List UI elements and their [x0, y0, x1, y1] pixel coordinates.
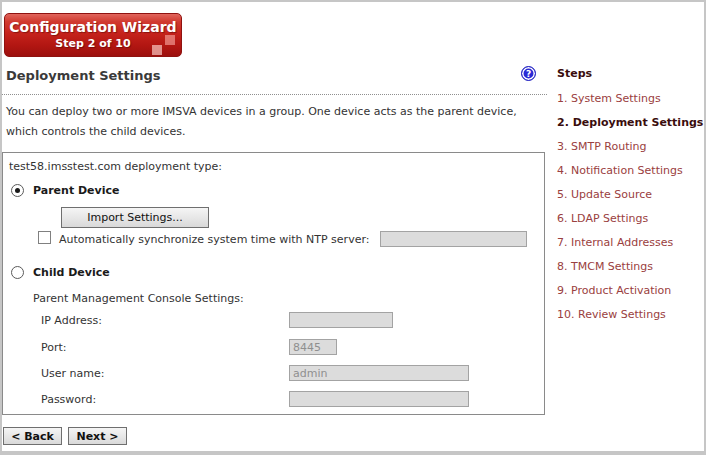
- ip-address-input[interactable]: [289, 312, 393, 328]
- password-label: Password:: [41, 393, 96, 406]
- child-device-radio-label: Child Device: [33, 266, 110, 279]
- ntp-server-input[interactable]: [380, 231, 527, 247]
- step-item-smtp-routing: 3. SMTP Routing: [557, 140, 706, 153]
- next-button[interactable]: Next >: [68, 427, 127, 445]
- steps-panel: Steps 1. System Settings 2. Deployment S…: [557, 67, 706, 332]
- page-description: You can deploy two or more IMSVA devices…: [6, 102, 541, 142]
- title-divider: [2, 94, 547, 95]
- user-name-input[interactable]: [289, 365, 469, 381]
- port-label: Port:: [41, 341, 67, 354]
- child-device-radio[interactable]: [11, 266, 24, 279]
- wizard-banner: Configuration Wizard Step 2 of 10: [4, 13, 182, 57]
- step-item-review-settings: 10. Review Settings: [557, 308, 706, 321]
- steps-panel-title: Steps: [557, 67, 706, 80]
- import-settings-button[interactable]: Import Settings...: [61, 207, 209, 228]
- wizard-page: Configuration Wizard Step 2 of 10 Deploy…: [0, 0, 706, 455]
- step-item-tmcm-settings: 8. TMCM Settings: [557, 260, 706, 273]
- password-input[interactable]: [289, 391, 469, 407]
- step-item-ldap-settings: 6. LDAP Settings: [557, 212, 706, 225]
- step-item-deployment-settings: 2. Deployment Settings: [557, 116, 706, 129]
- step-item-internal-addresses: 7. Internal Addresses: [557, 236, 706, 249]
- description-line-1: You can deploy two or more IMSVA devices…: [6, 102, 541, 122]
- step-item-product-activation: 9. Product Activation: [557, 284, 706, 297]
- user-name-label: User name:: [41, 367, 104, 380]
- description-line-2: which controls the child devices.: [6, 122, 541, 142]
- port-input[interactable]: [289, 339, 337, 355]
- page-title: Deployment Settings: [6, 68, 161, 83]
- ntp-sync-checkbox-label: Automatically synchronize system time wi…: [59, 233, 369, 246]
- parent-device-radio-label: Parent Device: [33, 184, 120, 197]
- step-item-notification-settings: 4. Notification Settings: [557, 164, 706, 177]
- parent-device-radio[interactable]: [11, 184, 24, 197]
- deployment-type-label: test58.imsstest.com deployment type:: [9, 160, 222, 173]
- parent-console-settings-label: Parent Management Console Settings:: [33, 292, 244, 305]
- help-icon[interactable]: ?: [521, 66, 536, 81]
- banner-decor-square: [165, 35, 175, 45]
- back-button[interactable]: < Back: [3, 427, 62, 445]
- step-item-update-source: 5. Update Source: [557, 188, 706, 201]
- ip-address-label: IP Address:: [41, 314, 102, 327]
- deployment-form-box: test58.imsstest.com deployment type: Par…: [2, 152, 545, 415]
- ntp-sync-checkbox[interactable]: [38, 231, 51, 244]
- wizard-banner-title: Configuration Wizard: [5, 19, 181, 35]
- step-item-system-settings: 1. System Settings: [557, 92, 706, 105]
- banner-decor-square: [152, 45, 162, 55]
